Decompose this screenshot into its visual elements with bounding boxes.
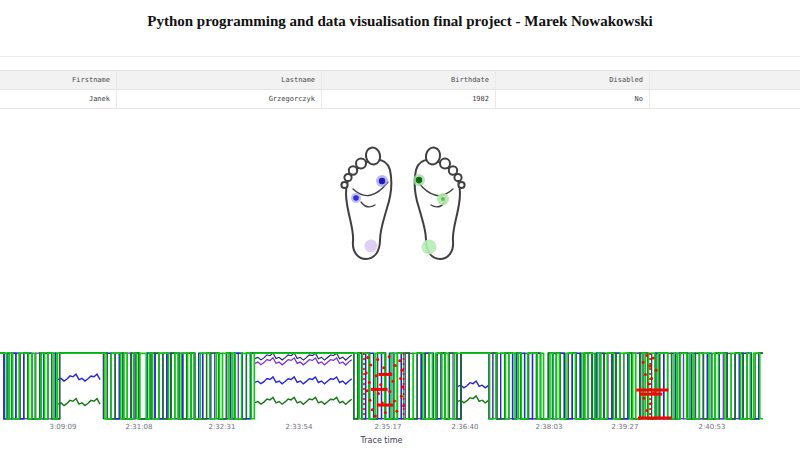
column-header-disabled[interactable]: Disabled xyxy=(496,71,650,89)
red-selection-marker-dot xyxy=(644,373,647,376)
x-tick-label: 2:35:17 xyxy=(375,423,402,431)
red-selection-box-dot xyxy=(400,395,403,398)
red-selection-box-dot xyxy=(371,408,374,411)
table-row[interactable]: Janek Grzegorczyk 1982 No xyxy=(0,90,800,109)
red-selection-box-dot xyxy=(379,383,382,386)
red-selection-marker-dot xyxy=(646,354,649,357)
trace-chart: 3:09:09 2:31:08 2:32:31 2:33:54 2:35:17 … xyxy=(0,352,800,450)
red-selection-marker-dot xyxy=(650,377,653,380)
red-selection-marker-dot xyxy=(652,391,655,394)
red-selection-box-dot xyxy=(389,372,392,375)
red-selection-box-dot xyxy=(391,380,394,383)
red-selection-box-dot xyxy=(388,390,391,393)
x-tick-label: 2:36:40 xyxy=(452,423,479,431)
sensor-dot-left-heel xyxy=(365,240,378,253)
red-selection-box-dot xyxy=(381,402,384,405)
red-selection-box-dot xyxy=(375,374,378,377)
column-header-birthdate[interactable]: Birthdate xyxy=(322,71,496,89)
sensor-trace-darkgreen-analog xyxy=(255,397,352,404)
red-selection-box-dot xyxy=(401,369,404,372)
column-header-firstname[interactable]: Firstname xyxy=(0,71,117,89)
column-header-empty xyxy=(650,71,800,89)
red-selection-box-dot xyxy=(368,381,371,384)
x-tick-label: 2:33:54 xyxy=(286,423,313,431)
red-selection-box-dot xyxy=(395,410,398,413)
red-selection-box-dot xyxy=(393,399,396,402)
feet-image xyxy=(338,146,468,266)
red-selection-marker-dot xyxy=(642,361,645,364)
red-selection-box-dot xyxy=(402,404,405,407)
red-selection-marker-dot xyxy=(647,382,650,385)
red-selection-box-dot xyxy=(394,364,397,367)
x-tick-label: 2:39:27 xyxy=(612,423,639,431)
sensor-dot-right-ball-inner xyxy=(413,174,425,186)
sensor-trace-blue-analog xyxy=(458,381,489,388)
patient-table: Firstname Lastname Birthdate Disabled Ja… xyxy=(0,70,800,109)
red-selection-box-dot xyxy=(399,377,402,380)
red-selection-box-dot xyxy=(366,389,369,392)
red-selection-box-dot xyxy=(401,385,404,388)
sensor-trace-blue-analog xyxy=(255,377,352,384)
red-selection-box-dot xyxy=(365,372,368,375)
red-selection-box-dot xyxy=(369,399,372,402)
x-axis-title: Trace time xyxy=(0,436,763,445)
red-selection-box-dot xyxy=(388,355,391,358)
red-selection-marker-dot xyxy=(652,357,655,360)
sensor-trace-blue-analog xyxy=(58,374,100,381)
red-selection-box-dot xyxy=(366,356,369,359)
red-selection-box-dot xyxy=(398,359,401,362)
column-header-lastname[interactable]: Lastname xyxy=(117,71,322,89)
red-selection-marker-dot xyxy=(642,397,645,400)
red-selection-box-dot xyxy=(374,414,377,417)
sensor-dot-right-heel xyxy=(422,240,437,255)
red-selection-marker-dot xyxy=(649,402,652,405)
red-selection-box-dot xyxy=(369,363,372,366)
x-tick-label: 2:31:08 xyxy=(126,423,153,431)
red-selection-box-dot xyxy=(376,358,379,361)
cell-birthdate[interactable]: 1982 xyxy=(322,90,496,108)
sensor-dot-left-ball-inner xyxy=(376,175,388,187)
sensor-trace-darkgreen-analog xyxy=(458,396,489,403)
cell-firstname[interactable]: Janek xyxy=(0,90,117,108)
x-tick-label: 3:09:09 xyxy=(50,423,77,431)
red-selection-box-dot xyxy=(382,366,385,369)
cell-empty xyxy=(650,90,800,108)
trace-plot-canvas[interactable] xyxy=(0,352,800,420)
x-tick-label: 2:32:31 xyxy=(209,423,236,431)
table-header-row: Firstname Lastname Birthdate Disabled xyxy=(0,71,800,90)
cell-lastname[interactable]: Grzegorczyk xyxy=(117,90,322,108)
red-selection-marker-dot xyxy=(646,409,649,412)
red-selection-box-dot xyxy=(377,392,380,395)
x-tick-label: 2:40:53 xyxy=(699,423,726,431)
feet-sensor-diagram xyxy=(338,146,468,266)
sensor-trace-darkgreen-analog xyxy=(58,399,100,406)
cell-disabled[interactable]: No xyxy=(496,90,650,108)
page-title: Python programming and data visualisatio… xyxy=(0,13,800,30)
x-tick-label: 2:38:03 xyxy=(536,423,563,431)
red-selection-marker-dot xyxy=(655,369,658,372)
app-window: Python programming and data visualisatio… xyxy=(0,0,800,450)
divider xyxy=(0,56,800,57)
sensor-dot-left-ball-outer xyxy=(351,193,361,203)
red-selection-box-dot xyxy=(384,411,387,414)
red-selection-marker-dot xyxy=(649,365,652,368)
sensor-dot-right-ball-outer xyxy=(437,193,449,205)
sensor-trace-violet-analog xyxy=(255,358,352,365)
